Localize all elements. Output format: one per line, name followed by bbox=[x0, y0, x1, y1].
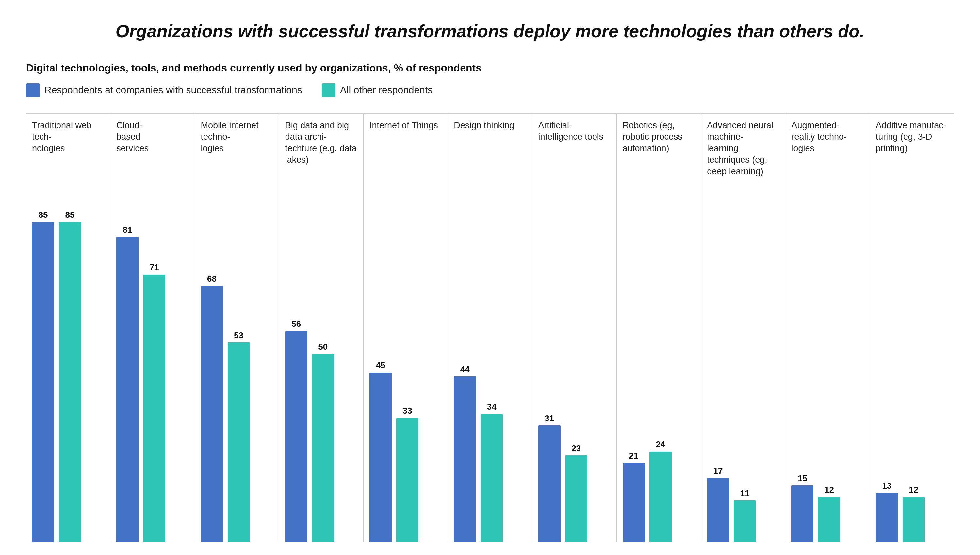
bar-value-teal-5: 34 bbox=[487, 402, 496, 412]
category-col-10: Additive manufac- turing (eg, 3-D printi… bbox=[870, 114, 954, 542]
bar-teal-3 bbox=[312, 354, 334, 542]
bar-blue-4 bbox=[370, 372, 392, 542]
bars-container-10: 1312 bbox=[876, 172, 948, 542]
bar-value-teal-10: 12 bbox=[909, 485, 918, 495]
bar-value-teal-6: 23 bbox=[571, 443, 581, 454]
chart-legend: Respondents at companies with successful… bbox=[26, 83, 954, 97]
bar-group-blue-9: 15 bbox=[791, 473, 813, 542]
legend-swatch-teal bbox=[322, 83, 336, 97]
bar-value-blue-4: 45 bbox=[376, 361, 386, 371]
bar-teal-8 bbox=[734, 500, 756, 542]
bar-group-blue-2: 68 bbox=[201, 274, 223, 542]
category-col-8: Advanced neural machine- learning techni… bbox=[701, 114, 785, 542]
bar-value-blue-5: 44 bbox=[460, 364, 470, 374]
bar-blue-1 bbox=[116, 237, 138, 542]
category-col-4: Internet of Things4533 bbox=[363, 114, 448, 542]
cat-label-7: Robotics (eg, robotic process automation… bbox=[623, 120, 695, 165]
bar-group-teal-9: 12 bbox=[818, 485, 840, 542]
cat-label-4: Internet of Things bbox=[370, 120, 438, 165]
bar-group-teal-1: 71 bbox=[143, 263, 165, 542]
bar-value-blue-1: 81 bbox=[123, 225, 132, 235]
chart-area: Traditional web tech- nologies8585Cloud-… bbox=[26, 113, 954, 542]
cat-label-3: Big data and big data archi- techture (e… bbox=[285, 120, 357, 165]
category-col-9: Augmented- reality techno- logies1512 bbox=[785, 114, 869, 542]
bar-blue-10 bbox=[876, 493, 898, 542]
bar-group-blue-3: 56 bbox=[285, 319, 307, 542]
category-col-5: Design thinking4434 bbox=[448, 114, 532, 542]
bar-value-blue-9: 15 bbox=[798, 473, 807, 483]
category-col-3: Big data and big data archi- techture (e… bbox=[279, 114, 363, 542]
chart-subtitle: Digital technologies, tools, and methods… bbox=[26, 62, 954, 74]
bar-blue-9 bbox=[791, 486, 813, 542]
bar-value-blue-3: 56 bbox=[291, 319, 301, 329]
page: Organizations with successful transforma… bbox=[0, 0, 980, 555]
bar-teal-5 bbox=[480, 414, 503, 542]
bar-group-teal-0: 85 bbox=[59, 210, 81, 542]
cat-label-8: Advanced neural machine- learning techni… bbox=[707, 120, 779, 177]
bar-group-blue-6: 31 bbox=[538, 413, 561, 542]
bar-blue-3 bbox=[285, 331, 307, 542]
bar-group-teal-7: 24 bbox=[649, 440, 672, 542]
cat-label-5: Design thinking bbox=[454, 120, 514, 165]
bars-container-8: 1711 bbox=[707, 183, 779, 542]
cat-label-6: Artificial- intelligence tools bbox=[538, 120, 604, 165]
bar-value-teal-9: 12 bbox=[824, 485, 834, 495]
bar-teal-9 bbox=[818, 497, 840, 542]
bar-group-teal-10: 12 bbox=[903, 485, 925, 542]
cat-label-2: Mobile internet techno- logies bbox=[201, 120, 273, 165]
bar-teal-6 bbox=[565, 456, 587, 542]
category-col-1: Cloud- based services8171 bbox=[111, 114, 195, 542]
bar-teal-0 bbox=[59, 222, 81, 542]
bar-value-teal-2: 53 bbox=[234, 330, 243, 340]
legend-item-teal: All other respondents bbox=[322, 83, 433, 97]
bar-teal-7 bbox=[649, 451, 672, 542]
bar-group-teal-3: 50 bbox=[312, 342, 334, 542]
bar-value-teal-1: 71 bbox=[149, 263, 159, 273]
bar-blue-6 bbox=[538, 425, 561, 542]
bar-teal-10 bbox=[903, 497, 925, 542]
bar-group-blue-0: 85 bbox=[32, 210, 54, 542]
bar-value-blue-2: 68 bbox=[207, 274, 217, 284]
bars-container-1: 8171 bbox=[116, 172, 188, 542]
bars-container-6: 3123 bbox=[538, 172, 610, 542]
legend-item-blue: Respondents at companies with successful… bbox=[26, 83, 302, 97]
bar-value-blue-0: 85 bbox=[39, 210, 48, 220]
bars-container-4: 4533 bbox=[370, 172, 442, 542]
bar-group-teal-5: 34 bbox=[480, 402, 503, 542]
bar-group-blue-10: 13 bbox=[876, 481, 898, 542]
bar-group-blue-8: 17 bbox=[707, 466, 729, 542]
cat-label-10: Additive manufac- turing (eg, 3-D printi… bbox=[876, 120, 948, 165]
cat-label-0: Traditional web tech- nologies bbox=[32, 120, 104, 165]
category-col-0: Traditional web tech- nologies8585 bbox=[26, 114, 111, 542]
cat-label-1: Cloud- based services bbox=[116, 120, 149, 165]
cat-label-9: Augmented- reality techno- logies bbox=[791, 120, 847, 165]
bar-teal-1 bbox=[143, 274, 165, 542]
bars-container-2: 6853 bbox=[201, 172, 273, 542]
bar-value-teal-7: 24 bbox=[655, 440, 665, 449]
bar-value-teal-0: 85 bbox=[65, 210, 75, 220]
bar-group-blue-1: 81 bbox=[116, 225, 138, 542]
category-col-7: Robotics (eg, robotic process automation… bbox=[617, 114, 701, 542]
bar-value-teal-4: 33 bbox=[403, 406, 412, 416]
bar-teal-2 bbox=[228, 342, 250, 542]
bar-blue-8 bbox=[707, 478, 729, 542]
chart-body: Traditional web tech- nologies8585Cloud-… bbox=[26, 114, 954, 542]
page-title: Organizations with successful transforma… bbox=[26, 19, 954, 42]
bar-value-blue-7: 21 bbox=[629, 451, 638, 461]
bar-group-teal-4: 33 bbox=[396, 406, 418, 542]
legend-swatch-blue bbox=[26, 83, 40, 97]
bar-teal-4 bbox=[396, 418, 418, 542]
legend-label-blue: Respondents at companies with successful… bbox=[45, 85, 302, 96]
bar-value-blue-10: 13 bbox=[882, 481, 892, 491]
bar-value-blue-6: 31 bbox=[545, 413, 554, 423]
bar-blue-7 bbox=[623, 463, 645, 542]
bar-group-teal-2: 53 bbox=[228, 330, 250, 542]
bars-container-0: 8585 bbox=[32, 172, 104, 542]
bars-container-7: 2124 bbox=[623, 172, 695, 542]
bar-group-teal-6: 23 bbox=[565, 443, 587, 542]
legend-label-teal: All other respondents bbox=[340, 85, 433, 96]
bars-container-9: 1512 bbox=[791, 172, 863, 542]
bar-value-blue-8: 17 bbox=[713, 466, 723, 476]
bar-blue-5 bbox=[454, 377, 476, 542]
bars-container-5: 4434 bbox=[454, 172, 526, 542]
